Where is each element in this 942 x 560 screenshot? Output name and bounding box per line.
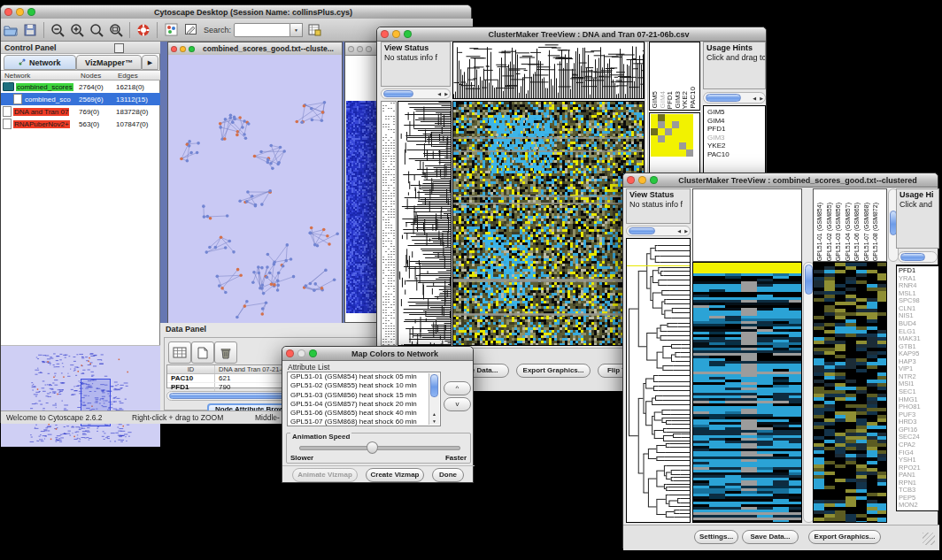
save-icon[interactable]: [21, 21, 39, 39]
heatmap-cell[interactable]: [686, 150, 693, 157]
tv1-row-dendrogram-panel[interactable]: [398, 101, 452, 346]
heatmap-cell[interactable]: [651, 121, 658, 128]
gene-label[interactable]: MON2: [899, 502, 938, 510]
dialog-zoom-button[interactable]: [309, 349, 317, 357]
heatmap-cell[interactable]: [679, 142, 686, 150]
tv2-save-data-button[interactable]: Save Data...: [742, 530, 799, 544]
tv1-global-heatmap[interactable]: [453, 102, 644, 345]
attribute-list[interactable]: GPL51-01 (GSM854) heat shock 05 minGPL51…: [287, 372, 441, 426]
attribute-list-item[interactable]: GPL51-02 (GSM855) heat shock 10 min: [288, 381, 440, 390]
attribute-list-vscrollbar[interactable]: ▲ ▼: [429, 373, 439, 425]
tv1-row-dendrogram[interactable]: [398, 102, 451, 345]
heatmap-cell[interactable]: [665, 142, 672, 150]
tv2-zoom-heatmap-panel[interactable]: [813, 262, 887, 523]
network-overview-panel[interactable]: [1, 345, 160, 447]
attribute-list-item[interactable]: GPL51-06 (GSM865) heat shock 40 min: [288, 409, 440, 418]
heatmap-cell[interactable]: [686, 121, 693, 128]
frame2-minimize-button[interactable]: [357, 46, 363, 52]
dialog-close-button[interactable]: [286, 349, 294, 357]
network-list-row[interactable]: DNA and Tran 07769(0)183728(0): [1, 105, 160, 118]
heatmap-cell[interactable]: [679, 128, 686, 135]
open-icon[interactable]: [2, 21, 19, 39]
heatmap-cell[interactable]: [651, 142, 658, 150]
scroll-down-icon[interactable]: ▼: [432, 419, 436, 424]
move-down-button[interactable]: v: [444, 397, 471, 411]
tv2-zoom-button[interactable]: [650, 176, 658, 184]
scroll-left-icon[interactable]: ◀: [437, 92, 441, 96]
heatmap-cell[interactable]: [665, 135, 672, 142]
attribute-list-item[interactable]: GPL51-04 (GSM857) heat shock 20 min: [288, 400, 440, 409]
tv1-export-graphics-button[interactable]: Export Graphics...: [516, 364, 591, 378]
tv1-global-heatmap-panel[interactable]: [452, 101, 645, 346]
tv1-right-hscrollbar[interactable]: ◀ ▶: [703, 92, 766, 104]
tv2-settings-button[interactable]: Settings...: [694, 530, 738, 544]
attribute-table-icon[interactable]: [168, 341, 191, 364]
scroll-right-icon[interactable]: ▶: [444, 92, 448, 96]
tv1-left-hscrollbar[interactable]: ◀ ▶: [381, 88, 451, 99]
heatmap-cell[interactable]: [672, 128, 679, 135]
tv1-zoom-heatmap[interactable]: [651, 114, 693, 157]
tv1-zoom-button[interactable]: [404, 30, 412, 38]
heatmap-cell[interactable]: [679, 114, 686, 121]
search-dropdown-icon[interactable]: ▼: [290, 23, 303, 37]
heatmap-cell[interactable]: [658, 150, 665, 157]
minimize-button[interactable]: [16, 8, 24, 16]
gene-label[interactable]: GIM3: [706, 134, 765, 142]
tv1-close-button[interactable]: [381, 30, 389, 38]
heatmap-cell[interactable]: [672, 142, 679, 150]
frame-close-button[interactable]: [171, 46, 177, 52]
heatmap-cell[interactable]: [651, 128, 658, 135]
zoom-fit-icon[interactable]: [107, 21, 125, 39]
scroll-left-icon[interactable]: ◀: [677, 229, 681, 234]
frame2-close-button[interactable]: [348, 46, 354, 52]
frame-minimize-button[interactable]: [180, 46, 186, 52]
scroll-up-icon[interactable]: ▲: [432, 412, 436, 417]
float-panel-icon[interactable]: [114, 43, 124, 53]
heatmap-cell[interactable]: [665, 150, 672, 157]
annotation-icon[interactable]: [181, 21, 199, 39]
create-vizmap-button[interactable]: Create Vizmap: [366, 468, 424, 482]
heatmap-cell[interactable]: [672, 150, 679, 157]
network-list-row[interactable]: combined_sco2569(6)13112(15): [1, 93, 160, 105]
network-list-row[interactable]: RNAPuberNov2+563(0)107847(0): [1, 118, 160, 130]
heatmap-cell[interactable]: [658, 142, 665, 150]
done-button[interactable]: Done: [432, 468, 464, 482]
heatmap-cell[interactable]: [658, 121, 665, 128]
heatmap-cell[interactable]: [665, 128, 672, 135]
tv2-global-heatmap[interactable]: [693, 263, 801, 522]
frame2-zoom-button[interactable]: [366, 46, 372, 52]
zoom-in-icon[interactable]: [68, 21, 86, 39]
zoom-out-icon[interactable]: [49, 21, 66, 39]
tv2-zoom-heatmap[interactable]: [814, 263, 886, 522]
heatmap-cell[interactable]: [672, 114, 679, 121]
tv2-row-dendrogram[interactable]: [627, 239, 690, 522]
heatmap-cell[interactable]: [686, 114, 693, 121]
heatmap-cell[interactable]: [672, 135, 679, 142]
heatmap-cell[interactable]: [679, 121, 686, 128]
tv1-row-label-sliver[interactable]: [381, 101, 397, 346]
tv1-minimize-button[interactable]: [392, 30, 400, 38]
gene-label[interactable]: GIM5: [706, 108, 765, 117]
heatmap-cell[interactable]: [658, 135, 665, 142]
zoom-button[interactable]: [27, 8, 35, 16]
heatmap-cell[interactable]: [665, 114, 672, 121]
tv2-genelist-hscrollbar[interactable]: [898, 251, 938, 263]
close-button[interactable]: [4, 8, 12, 16]
heatmap-cell[interactable]: [665, 121, 672, 128]
vizmapper-icon[interactable]: [162, 21, 180, 39]
attribute-list-item[interactable]: GPL51-03 (GSM856) heat shock 15 min: [288, 391, 440, 400]
search-input[interactable]: [234, 23, 290, 37]
tv2-titlebar[interactable]: ClusterMaker TreeView : combined_scores_…: [623, 173, 938, 188]
heatmap-cell[interactable]: [686, 135, 693, 142]
heatmap-cell[interactable]: [679, 135, 686, 142]
heatmap-cell[interactable]: [651, 150, 658, 157]
tab-vizmapper[interactable]: VizMapper™: [76, 55, 142, 70]
tv1-titlebar[interactable]: ClusterMaker TreeView : DNA and Tran 07-…: [377, 27, 766, 42]
tv2-minimize-button[interactable]: [638, 176, 646, 184]
tv2-gene-list-panel[interactable]: PFD1YRA1RNR4MSL1SPC98CLN1NIS1BUD4ELG1MAK…: [896, 266, 939, 511]
heatmap-cell[interactable]: [679, 150, 686, 157]
tab-network[interactable]: Network: [4, 55, 76, 70]
tv2-export-graphics-button[interactable]: Export Graphics...: [808, 530, 881, 544]
tv2-close-button[interactable]: [627, 176, 635, 184]
animation-speed-slider-track[interactable]: [299, 446, 460, 450]
